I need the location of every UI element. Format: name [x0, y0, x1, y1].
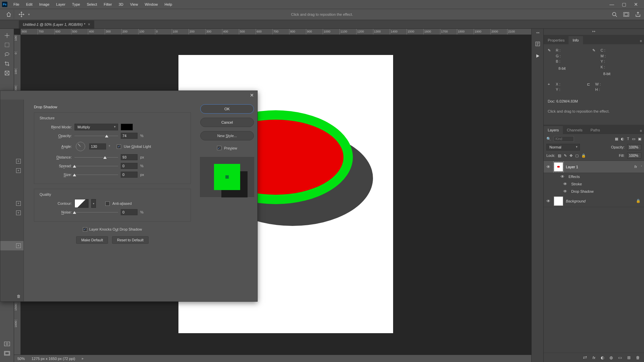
- lock-artboard-icon[interactable]: ▢: [575, 154, 579, 158]
- home-icon[interactable]: [3, 10, 14, 19]
- new-style-button[interactable]: New Style...: [200, 131, 254, 140]
- blend-mode-dropdown[interactable]: Multiply: [74, 124, 118, 130]
- layer-thumbnail[interactable]: [554, 162, 563, 172]
- menu-3d[interactable]: 3D: [115, 2, 127, 6]
- status-flyout-icon[interactable]: ▸: [82, 356, 84, 361]
- angle-input[interactable]: [89, 143, 106, 149]
- delete-layer-icon[interactable]: 🗑: [636, 355, 640, 360]
- effect-drop-shadow[interactable]: 👁 Drop Shadow: [544, 188, 644, 195]
- share-icon[interactable]: [635, 12, 641, 17]
- lasso-tool[interactable]: [2, 50, 12, 58]
- menu-filter[interactable]: Filter: [100, 2, 115, 6]
- maximize-icon[interactable]: ▢: [618, 2, 630, 7]
- dialog-close-icon[interactable]: ✕: [250, 93, 254, 98]
- lock-brush-icon[interactable]: ✎: [564, 154, 567, 158]
- visibility-toggle-icon[interactable]: 👁: [546, 165, 551, 169]
- filter-kind-icon[interactable]: 🔍: [546, 137, 551, 141]
- angle-dial[interactable]: [76, 142, 85, 151]
- screen-mode-icon[interactable]: [2, 349, 12, 357]
- dropshadow-visibility-icon[interactable]: 👁: [562, 189, 568, 194]
- layers-panel-menu-icon[interactable]: ≡: [638, 127, 644, 134]
- style-add-5[interactable]: +: [0, 241, 23, 250]
- layer-group-icon[interactable]: ▭: [618, 355, 622, 360]
- panel-menu-icon[interactable]: ≡: [638, 38, 644, 44]
- tab-layers[interactable]: Layers: [544, 126, 563, 134]
- distance-slider[interactable]: [74, 155, 118, 160]
- tool-preset-dropdown-icon[interactable]: ▾: [28, 13, 30, 16]
- document-tab[interactable]: Untitled-1 @ 50% (Layer 1, RGB/8#) * ×: [19, 20, 94, 28]
- global-light-checkbox[interactable]: [117, 144, 121, 149]
- distance-input[interactable]: [121, 154, 138, 160]
- effect-stroke[interactable]: 👁 Stroke: [544, 180, 644, 188]
- search-icon[interactable]: [612, 12, 617, 17]
- contour-flyout-icon[interactable]: ▾: [91, 199, 96, 208]
- layer-fx-icon[interactable]: fx: [592, 355, 595, 360]
- close-tab-icon[interactable]: ×: [88, 22, 90, 27]
- menu-type[interactable]: Type: [69, 2, 84, 6]
- menu-view[interactable]: View: [127, 2, 142, 6]
- lock-position-icon[interactable]: ✥: [570, 154, 573, 158]
- bg-thumbnail[interactable]: [554, 196, 563, 206]
- noise-input[interactable]: [121, 209, 138, 215]
- filter-type-icon[interactable]: T: [627, 137, 629, 141]
- style-add-4[interactable]: +: [0, 208, 23, 218]
- delete-style-icon[interactable]: 🗑: [0, 291, 23, 301]
- tab-channels[interactable]: Channels: [563, 126, 586, 134]
- menu-file[interactable]: File: [10, 2, 23, 6]
- minimize-icon[interactable]: —: [606, 2, 618, 7]
- new-layer-icon[interactable]: ⊞: [627, 355, 631, 360]
- history-panel-icon[interactable]: [534, 40, 541, 48]
- blend-mode-select[interactable]: Normal: [546, 144, 580, 150]
- reset-default-button[interactable]: Reset to Default: [112, 236, 149, 244]
- layer-row-background[interactable]: 👁 Background 🔒: [544, 195, 644, 207]
- opacity-value[interactable]: 100%: [627, 144, 641, 150]
- lock-transparency-icon[interactable]: ▨: [558, 154, 561, 158]
- contour-picker[interactable]: [74, 199, 89, 208]
- ok-button[interactable]: OK: [200, 104, 254, 114]
- filter-shape-icon[interactable]: ▭: [632, 137, 635, 141]
- layer-name[interactable]: Layer 1: [566, 165, 632, 169]
- preview-checkbox[interactable]: [217, 146, 221, 150]
- tab-info[interactable]: Info: [569, 36, 583, 44]
- cancel-button[interactable]: Cancel: [200, 118, 254, 127]
- quick-mask-icon[interactable]: [2, 340, 12, 348]
- crop-tool[interactable]: [2, 60, 12, 68]
- effects-header[interactable]: 👁 Effects: [544, 173, 644, 180]
- menu-edit[interactable]: Edit: [23, 2, 36, 6]
- opacity-slider[interactable]: [74, 133, 118, 138]
- stroke-visibility-icon[interactable]: 👁: [562, 182, 568, 186]
- bg-layer-name[interactable]: Background: [566, 199, 633, 203]
- effects-collapse-icon[interactable]: ˆ: [641, 165, 642, 169]
- frame-icon[interactable]: [623, 12, 629, 17]
- style-add-2[interactable]: +: [0, 166, 23, 175]
- collapse-handle-icon[interactable]: ◂◂: [536, 31, 539, 34]
- style-add-3[interactable]: +: [0, 199, 23, 208]
- filter-adjust-icon[interactable]: ◐: [621, 137, 624, 141]
- make-default-button[interactable]: Make Default: [76, 236, 108, 244]
- opacity-input[interactable]: [121, 133, 138, 139]
- marquee-tool[interactable]: [2, 41, 12, 49]
- style-add-1[interactable]: +: [0, 157, 23, 166]
- filter-pixel-icon[interactable]: ▦: [615, 137, 618, 141]
- doc-dimensions[interactable]: 1275 px x 1650 px (72 ppi): [32, 357, 75, 361]
- menu-help[interactable]: Help: [161, 2, 176, 6]
- actions-panel-icon[interactable]: [534, 52, 541, 60]
- shadow-color-swatch[interactable]: [121, 124, 133, 130]
- layer-filter-input[interactable]: [554, 136, 574, 142]
- move-tool-icon[interactable]: [17, 10, 26, 19]
- fill-value[interactable]: 100%: [627, 153, 641, 159]
- layer-row-layer1[interactable]: 👁 Layer 1 fx ˆ: [544, 161, 644, 173]
- panel-collapse-icon[interactable]: ▸▸: [590, 29, 598, 34]
- menu-window[interactable]: Window: [141, 2, 161, 6]
- zoom-level[interactable]: 50%: [17, 357, 25, 361]
- menu-image[interactable]: Image: [36, 2, 53, 6]
- dialog-titlebar[interactable]: ✕: [0, 91, 257, 100]
- spread-input[interactable]: [121, 163, 138, 169]
- bg-visibility-icon[interactable]: 👁: [546, 199, 551, 203]
- menu-select[interactable]: Select: [84, 2, 101, 6]
- filter-smart-icon[interactable]: ▣: [638, 137, 641, 141]
- antialiased-checkbox[interactable]: [105, 201, 110, 206]
- tab-properties[interactable]: Properties: [544, 36, 569, 44]
- fx-badge[interactable]: fx: [634, 165, 637, 169]
- lock-icon[interactable]: 🔒: [636, 199, 641, 203]
